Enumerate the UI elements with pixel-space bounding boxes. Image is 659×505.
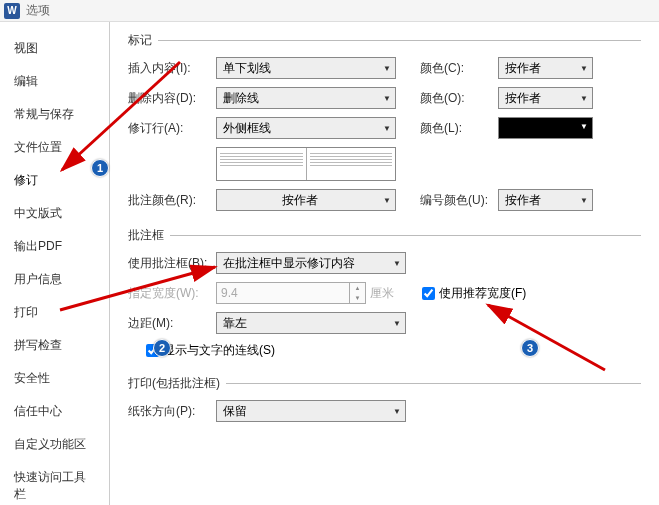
label-insert: 插入内容(I): [128, 60, 216, 77]
sidebar-item-12[interactable]: 自定义功能区 [0, 428, 109, 461]
group-marks: 标记 插入内容(I): 单下划线 颜色(C): 按作者 删除内容(D): 删除线… [128, 32, 641, 219]
legend-print: 打印(包括批注框) [128, 375, 226, 392]
dropdown-revise[interactable]: 外侧框线 [216, 117, 396, 139]
sidebar-item-13[interactable]: 快速访问工具栏 [0, 461, 109, 505]
sidebar-item-6[interactable]: 输出PDF [0, 230, 109, 263]
unit-width: 厘米 [370, 285, 394, 302]
revision-preview [216, 147, 396, 181]
label-annot-color: 批注颜色(R): [128, 192, 216, 209]
label-revise-color: 颜色(L): [420, 120, 498, 137]
label-delete: 删除内容(D): [128, 90, 216, 107]
dropdown-orient[interactable]: 保留 [216, 400, 406, 422]
sidebar-item-10[interactable]: 安全性 [0, 362, 109, 395]
spinner-width[interactable]: 9.4 ▲▼ [216, 282, 366, 304]
spin-up-icon[interactable]: ▲ [350, 283, 365, 293]
label-orient: 纸张方向(P): [128, 403, 216, 420]
label-width: 指定宽度(W): [128, 285, 216, 302]
sidebar-item-5[interactable]: 中文版式 [0, 197, 109, 230]
spin-down-icon[interactable]: ▼ [350, 293, 365, 303]
dropdown-num-color[interactable]: 按作者 [498, 189, 593, 211]
annotation-badge-3: 3 [521, 339, 539, 357]
titlebar: W 选项 [0, 0, 659, 22]
dropdown-use-balloon[interactable]: 在批注框中显示修订内容 [216, 252, 406, 274]
sidebar-item-3[interactable]: 文件位置 [0, 131, 109, 164]
dropdown-margin[interactable]: 靠左 [216, 312, 406, 334]
label-revise: 修订行(A): [128, 120, 216, 137]
legend-balloon: 批注框 [128, 227, 170, 244]
group-balloon: 批注框 使用批注框(B): 在批注框中显示修订内容 指定宽度(W): 9.4 ▲… [128, 227, 641, 367]
label-insert-color: 颜色(C): [420, 60, 498, 77]
app-icon: W [4, 3, 20, 19]
group-print: 打印(包括批注框) 纸张方向(P): 保留 [128, 375, 641, 430]
annotation-badge-2: 2 [153, 339, 171, 357]
content-panel: 标记 插入内容(I): 单下划线 颜色(C): 按作者 删除内容(D): 删除线… [110, 22, 659, 505]
dropdown-insert-color[interactable]: 按作者 [498, 57, 593, 79]
sidebar-item-1[interactable]: 编辑 [0, 65, 109, 98]
label-delete-color: 颜色(O): [420, 90, 498, 107]
label-margin: 边距(M): [128, 315, 216, 332]
checkbox-recommended-input[interactable] [422, 287, 435, 300]
legend-marks: 标记 [128, 32, 158, 49]
sidebar-item-2[interactable]: 常规与保存 [0, 98, 109, 131]
sidebar-item-8[interactable]: 打印 [0, 296, 109, 329]
sidebar-item-7[interactable]: 用户信息 [0, 263, 109, 296]
dropdown-delete[interactable]: 删除线 [216, 87, 396, 109]
dropdown-insert[interactable]: 单下划线 [216, 57, 396, 79]
checkbox-recommended-width[interactable]: 使用推荐宽度(F) [422, 285, 526, 302]
sidebar: 视图编辑常规与保存文件位置修订中文版式输出PDF用户信息打印拼写检查安全性信任中… [0, 22, 110, 505]
dropdown-delete-color[interactable]: 按作者 [498, 87, 593, 109]
dropdown-annot-color[interactable]: 按作者 [216, 189, 396, 211]
label-use-balloon: 使用批注框(B): [128, 255, 216, 272]
color-swatch-revise[interactable] [498, 117, 593, 139]
sidebar-item-11[interactable]: 信任中心 [0, 395, 109, 428]
annotation-badge-1: 1 [91, 159, 109, 177]
sidebar-item-0[interactable]: 视图 [0, 32, 109, 65]
window-title: 选项 [26, 2, 50, 19]
label-num-color: 编号颜色(U): [420, 192, 498, 209]
sidebar-item-9[interactable]: 拼写检查 [0, 329, 109, 362]
